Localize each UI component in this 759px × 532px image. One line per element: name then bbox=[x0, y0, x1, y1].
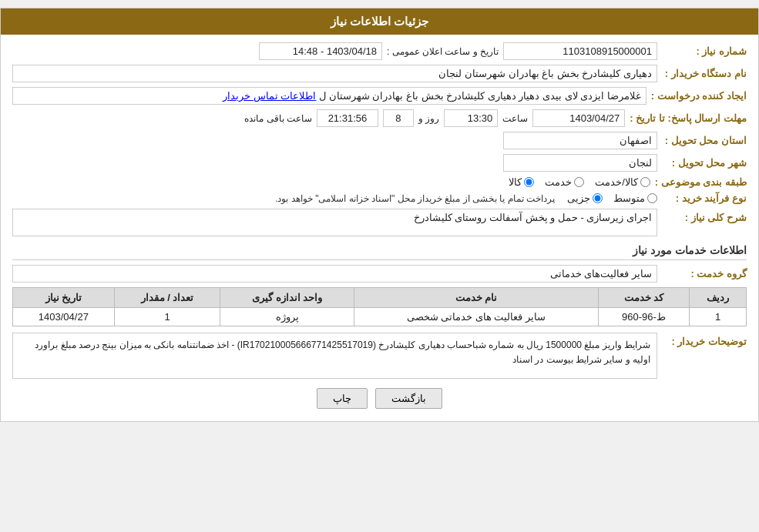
chap-button[interactable]: چاپ bbox=[317, 388, 368, 409]
td-vahed: پروژه bbox=[220, 308, 354, 326]
th-nam: نام خدمت bbox=[354, 288, 599, 308]
baghimande-value: 21:31:56 bbox=[317, 109, 378, 127]
roz-value: 8 bbox=[383, 109, 414, 127]
ijad-konande-label: ایجاد کننده درخواست : bbox=[651, 90, 747, 102]
tarikhe-elam-label: تاریخ و ساعت اعلان عمومی : bbox=[387, 46, 499, 57]
tabaqe-label: طبقه بندی موضوعی : bbox=[655, 176, 747, 188]
tabaqe-row: طبقه بندی موضوعی : کالا/خدمت خدمت کالا bbox=[12, 176, 747, 188]
nam-dastgah-label: نام دستگاه خریدار : bbox=[662, 68, 747, 79]
bazgasht-button[interactable]: بازگشت bbox=[375, 388, 442, 409]
radio-khadamat[interactable]: خدمت bbox=[545, 176, 584, 188]
th-vahed: واحد اندازه گیری bbox=[220, 288, 354, 308]
ostan-row: استان محل تحویل : اصفهان bbox=[12, 132, 747, 149]
header-title: جزئیات اطلاعات نیاز bbox=[331, 15, 428, 28]
buttons-row: بازگشت چاپ bbox=[12, 388, 747, 409]
td-tarikh: 1403/04/27 bbox=[13, 308, 115, 326]
th-tedad: تعداد / مقدار bbox=[114, 288, 220, 308]
td-tedad: 1 bbox=[114, 308, 220, 326]
nam-dastgah-value: دهیاری کلیشادرخ بخش باغ بهادران شهرستان … bbox=[12, 65, 657, 82]
tarikh-value: 1403/04/27 bbox=[532, 109, 625, 127]
th-tarikh: تاریخ نیاز bbox=[13, 288, 115, 308]
ijad-konande-row: ایجاد کننده درخواست : غلامرضا ایزدی لای … bbox=[12, 87, 747, 105]
ittilaat-tamas-link[interactable]: اطلاعات تماس خریدار bbox=[223, 90, 316, 102]
radio-khadamat-label: خدمت bbox=[545, 176, 572, 188]
td-nam: سایر فعالیت های خدماتی شخصی bbox=[354, 308, 599, 326]
radio-kala[interactable]: کالا bbox=[509, 176, 534, 188]
radio-jazei-label: جزیی bbox=[567, 192, 590, 204]
tabaqe-radio-group: کالا/خدمت خدمت کالا bbox=[509, 176, 650, 188]
mohlat-ersal-label: مهلت ارسال پاسخ: تا تاریخ : bbox=[630, 112, 747, 124]
noe-farayand-label: نوع فرآیند خرید : bbox=[662, 192, 747, 204]
noe-farayand-radio-group: متوسط جزیی bbox=[567, 192, 657, 204]
farayand-note: پرداخت تمام یا بخشی از مبلغ خریداز محل "… bbox=[275, 193, 555, 204]
radio-kala-label: کالا bbox=[509, 176, 522, 188]
tozihat-value: شرایط واریز مبلغ 1500000 ریال به شماره ش… bbox=[12, 333, 657, 379]
radio-jazei[interactable]: جزیی bbox=[567, 192, 603, 204]
page-header: جزئیات اطلاعات نیاز bbox=[1, 8, 758, 35]
tozihat-label: توضیحات خریدار : bbox=[662, 333, 747, 347]
radio-kala-khadamat-label: کالا/خدمت bbox=[595, 176, 638, 188]
grohe-row: گروه خدمت : سایر فعالیت‌های خدماتی bbox=[12, 265, 747, 283]
ijad-konande-value: غلامرضا ایزدی لای بیدی دهیار دهیاری کلیش… bbox=[12, 87, 646, 105]
section-khadamat-title: اطلاعات خدمات مورد نیاز bbox=[12, 244, 747, 260]
shahr-value: لنجان bbox=[503, 154, 657, 172]
th-radif: ردیف bbox=[690, 288, 747, 308]
sharh-value: اجرای زیرسازی - حمل و پخش آسفالت روستای … bbox=[12, 209, 657, 236]
shomare-niaz-value: 1103108915000001 bbox=[503, 42, 657, 60]
services-table: ردیف کد خدمت نام خدمت واحد اندازه گیری ت… bbox=[12, 287, 747, 326]
roz-label: روز و bbox=[418, 113, 439, 124]
shomare-niaz-row: شماره نیاز : 1103108915000001 تاریخ و سا… bbox=[12, 42, 747, 60]
table-row: 1ط-96-960سایر فعالیت های خدماتی شخصیپروژ… bbox=[13, 308, 747, 326]
sharh-row: شرح کلی نیاز : اجرای زیرسازی - حمل و پخش… bbox=[12, 209, 747, 236]
saat-value: 13:30 bbox=[444, 109, 498, 127]
tarikhe-elam-value: 1403/04/18 - 14:48 bbox=[259, 42, 382, 60]
baghimande-label: ساعت باقی مانده bbox=[244, 113, 312, 124]
grohe-label: گروه خدمت : bbox=[662, 268, 747, 279]
td-radif: 1 bbox=[690, 308, 747, 326]
td-kod: ط-96-960 bbox=[598, 308, 689, 326]
shahr-label: شهر محل تحویل : bbox=[662, 157, 747, 169]
tozihat-row: توضیحات خریدار : شرایط واریز مبلغ 150000… bbox=[12, 333, 747, 379]
shomare-niaz-label: شماره نیاز : bbox=[662, 45, 747, 57]
ostan-value: اصفهان bbox=[503, 132, 657, 149]
saat-label: ساعت bbox=[502, 113, 528, 124]
noe-farayand-row: نوع فرآیند خرید : متوسط جزیی پرداخت تمام… bbox=[12, 192, 747, 204]
ostan-label: استان محل تحویل : bbox=[662, 135, 747, 146]
sharh-label: شرح کلی نیاز : bbox=[662, 209, 747, 223]
nam-dastgah-row: نام دستگاه خریدار : دهیاری کلیشادرخ بخش … bbox=[12, 65, 747, 82]
radio-motavaset[interactable]: متوسط bbox=[613, 192, 657, 204]
grohe-value: سایر فعالیت‌های خدماتی bbox=[12, 265, 657, 283]
mohlat-ersal-row: مهلت ارسال پاسخ: تا تاریخ : 1403/04/27 س… bbox=[12, 109, 747, 127]
radio-motavaset-label: متوسط bbox=[613, 192, 645, 204]
th-kod: کد خدمت bbox=[598, 288, 689, 308]
radio-kala-khadamat[interactable]: کالا/خدمت bbox=[595, 176, 650, 188]
shahr-row: شهر محل تحویل : لنجان bbox=[12, 154, 747, 172]
